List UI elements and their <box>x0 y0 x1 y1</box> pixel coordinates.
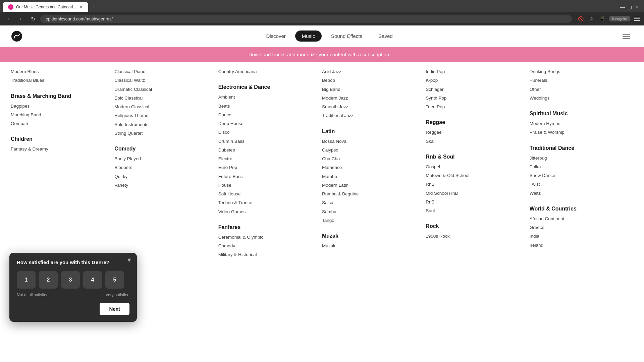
genre-oompah[interactable]: Oompah <box>11 119 114 128</box>
rating-4-button[interactable]: 4 <box>83 271 102 284</box>
genre-deep-house[interactable]: Deep House <box>218 119 322 128</box>
genre-flamenco[interactable]: Flamenco <box>322 163 426 172</box>
genre-house[interactable]: House <box>218 181 322 190</box>
genre-synth-pop[interactable]: Synth Pop <box>426 94 529 103</box>
genre-video-games[interactable]: Video Games <box>218 207 322 216</box>
genre-tango[interactable]: Tango <box>322 216 426 225</box>
genre-muzak[interactable]: Muzak <box>322 242 426 250</box>
genre-modern-jazz[interactable]: Modern Jazz <box>322 94 426 103</box>
genre-greece[interactable]: Greece <box>530 223 633 232</box>
genre-rumba-beguine[interactable]: Rumba & Beguine <box>322 190 426 198</box>
phone-icon[interactable]: 📱 <box>599 15 605 22</box>
maximize-button[interactable]: ▢ <box>628 4 632 10</box>
genre-ceremonial-olympic[interactable]: Ceremonial & Olympic <box>218 233 322 242</box>
promo-banner[interactable]: Download tracks and monetize your conten… <box>0 47 644 62</box>
genre-smooth-jazz[interactable]: Smooth Jazz <box>322 103 426 111</box>
genre-teen-pop[interactable]: Teen Pop <box>426 103 529 111</box>
genre-quirky[interactable]: Quirky <box>114 172 218 181</box>
genre-india[interactable]: India <box>530 232 633 241</box>
genre-old-school-rnb[interactable]: Old School RnB <box>426 189 529 198</box>
rating-1-button[interactable]: 1 <box>17 271 36 284</box>
rating-2-button[interactable]: 2 <box>39 271 58 284</box>
genre-big-band[interactable]: Big Band <box>322 85 426 94</box>
genre-1950s-rock[interactable]: 1950s Rock <box>426 232 529 241</box>
genre-bloopers[interactable]: Bloopers <box>114 163 218 172</box>
genre-african-continent[interactable]: African Continent <box>530 215 633 223</box>
genre-motown[interactable]: Motown & Old School <box>426 171 529 180</box>
genre-other[interactable]: Other <box>530 85 633 94</box>
genre-rnb[interactable]: RnB <box>426 180 529 189</box>
new-tab-button[interactable]: + <box>88 2 98 12</box>
genre-drinking-songs[interactable]: Drinking Songs <box>530 67 633 76</box>
genre-modern-hymns[interactable]: Modern Hymns <box>530 119 633 128</box>
genre-badly-played[interactable]: Badly Played <box>114 155 218 163</box>
minimize-button[interactable]: — <box>620 4 625 10</box>
genre-ireland[interactable]: Ireland <box>530 241 633 250</box>
close-window-button[interactable]: ✕ <box>635 4 639 10</box>
genre-future-bass[interactable]: Future Bass <box>218 172 322 181</box>
genre-country-americana[interactable]: Country Americana <box>218 67 322 76</box>
genre-variety[interactable]: Variety <box>114 181 218 190</box>
rating-3-button[interactable]: 3 <box>61 271 80 284</box>
genre-gospel[interactable]: Gospel <box>426 163 529 171</box>
genre-indie-pop[interactable]: Indie Pop <box>426 67 529 76</box>
genre-polka[interactable]: Polka <box>530 163 633 171</box>
genre-cha-cha[interactable]: Cha Cha <box>322 155 426 163</box>
genre-fanfares-comedy[interactable]: Comedy <box>218 242 322 250</box>
survey-collapse-button[interactable]: ▼ <box>126 257 132 264</box>
genre-dance[interactable]: Dance <box>218 111 322 119</box>
genre-dramatic-classical[interactable]: Dramatic Classical <box>114 85 218 94</box>
genre-samba[interactable]: Samba <box>322 207 426 216</box>
genre-techno-trance[interactable]: Techno & Trance <box>218 198 322 207</box>
genre-schlager[interactable]: Schlager <box>426 85 529 94</box>
genre-waltz[interactable]: Waltz <box>530 189 633 198</box>
genre-weddings[interactable]: Weddings <box>530 94 633 103</box>
nav-sound-effects[interactable]: Sound Effects <box>324 31 369 42</box>
nav-saved[interactable]: Saved <box>372 31 399 42</box>
genre-bebop[interactable]: Bebop <box>322 76 426 85</box>
address-bar[interactable]: epidemicsound.com/music/genres/ <box>40 15 572 23</box>
genre-soul[interactable]: Soul <box>426 206 529 215</box>
genre-epic-classical[interactable]: Epic Classical <box>114 94 218 103</box>
genre-bagpipes[interactable]: Bagpipes <box>11 102 114 111</box>
nav-music[interactable]: Music <box>295 31 322 42</box>
browser-menu-button[interactable] <box>634 17 640 21</box>
genre-twist[interactable]: Twist <box>530 180 633 189</box>
genre-funerals[interactable]: Funerals <box>530 76 633 85</box>
reload-button[interactable]: ↻ <box>28 14 38 23</box>
genre-dubstep[interactable]: Dubstep <box>218 146 322 155</box>
genre-string-quartet[interactable]: String Quartet <box>114 129 218 138</box>
genre-soft-house[interactable]: Soft House <box>218 190 322 198</box>
genre-electro[interactable]: Electro <box>218 155 322 163</box>
logo[interactable] <box>11 30 23 42</box>
back-button[interactable]: ‹ <box>4 14 13 23</box>
rating-5-button[interactable]: 5 <box>105 271 124 284</box>
genre-traditional-blues[interactable]: Traditional Blues <box>11 76 114 85</box>
genre-solo-instruments[interactable]: Solo Instruments <box>114 120 218 129</box>
genre-show-dance[interactable]: Show Dance <box>530 171 633 180</box>
genre-marching-band[interactable]: Marching Band <box>11 111 114 119</box>
genre-ska[interactable]: Ska <box>426 137 529 146</box>
genre-jitterbug[interactable]: Jitterbug <box>530 154 633 163</box>
genre-modern-blues[interactable]: Modern Blues <box>11 67 114 76</box>
genre-calypso[interactable]: Calypso <box>322 146 426 155</box>
genre-mambo[interactable]: Mambo <box>322 172 426 181</box>
bookmark-icon[interactable]: ☆ <box>588 15 595 22</box>
genre-euro-pop[interactable]: Euro Pop <box>218 163 322 172</box>
forward-button[interactable]: › <box>16 14 25 23</box>
genre-religious-theme[interactable]: Religious Theme <box>114 111 218 120</box>
genre-salsa[interactable]: Salsa <box>322 198 426 207</box>
nav-discover[interactable]: Discover <box>259 31 292 42</box>
genre-ambient[interactable]: Ambient <box>218 93 322 102</box>
genre-modern-latin[interactable]: Modern Latin <box>322 181 426 190</box>
active-tab[interactable]: E Our Music Genres and Categori... ✕ <box>3 2 88 12</box>
genre-beats[interactable]: Beats <box>218 102 322 111</box>
genre-praise-worship[interactable]: Praise & Worship <box>530 128 633 137</box>
genre-modern-classical[interactable]: Modern Classical <box>114 103 218 111</box>
genre-k-pop[interactable]: K-pop <box>426 76 529 85</box>
header-menu-button[interactable] <box>623 31 633 42</box>
genre-classical-piano[interactable]: Classical Piano <box>114 67 218 76</box>
genre-military-historical[interactable]: Military & Historical <box>218 250 322 259</box>
genre-bossa-nova[interactable]: Bossa Nova <box>322 137 426 146</box>
genre-rnb-2[interactable]: RnB <box>426 198 529 206</box>
